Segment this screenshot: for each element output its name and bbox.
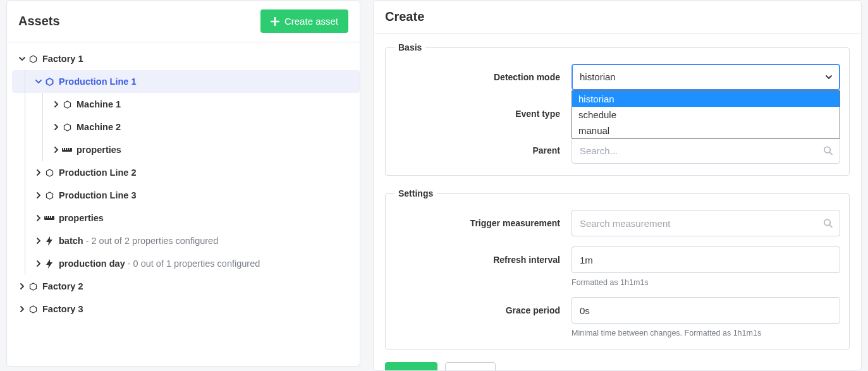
cube-icon: [44, 190, 55, 201]
tree-item-factory2[interactable]: Factory 2: [12, 275, 360, 298]
parent-label: Parent: [394, 145, 572, 155]
tree-item-batch[interactable]: batch - 2 out of 2 properties configured: [12, 229, 360, 252]
svg-rect-4: [69, 148, 70, 150]
row-trigger-measurement: Trigger measurement: [394, 210, 840, 236]
tree-sublabel: - 2 out of 2 properties configured: [86, 236, 219, 246]
svg-rect-1: [63, 148, 64, 150]
tree-label: Production Line 3: [59, 190, 136, 200]
chevron-right-icon: [51, 99, 61, 109]
cube-icon: [27, 53, 39, 64]
row-grace-period: Grace period: [394, 297, 840, 324]
detection-option-historian[interactable]: historian: [572, 91, 840, 107]
cancel-label: Cancel: [456, 369, 486, 370]
settings-fieldset: Settings Trigger measurement Refresh int…: [385, 188, 850, 350]
tree-label: Factory 1: [42, 54, 83, 64]
svg-rect-9: [51, 216, 52, 218]
create-panel: Create Basis Detection mode historian hi…: [373, 0, 862, 371]
tree-item-production-day[interactable]: production day - 0 out of 1 properties c…: [12, 252, 360, 275]
ruler-icon: [61, 144, 73, 155]
create-form: Basis Detection mode historian historian…: [374, 33, 861, 370]
chevron-right-icon: [51, 145, 61, 155]
trigger-label: Trigger measurement: [394, 218, 572, 228]
tree-item-pl2[interactable]: Production Line 2: [12, 161, 360, 184]
trigger-measurement-input[interactable]: [572, 210, 840, 236]
chevron-right-icon: [34, 190, 44, 200]
detection-mode-select[interactable]: historian: [572, 64, 840, 90]
tree-label: Machine 2: [76, 122, 121, 132]
tree-label: Factory 3: [42, 304, 83, 314]
event-type-label: Event type: [394, 109, 572, 119]
chevron-right-icon: [17, 281, 27, 291]
tree-label: Production Line 1: [59, 76, 136, 87]
svg-rect-3: [67, 148, 68, 150]
cube-icon: [27, 303, 39, 315]
chevron-right-icon: [17, 304, 27, 314]
tree-label: Production Line 2: [59, 167, 136, 178]
plus-icon: [271, 17, 279, 26]
parent-search-input[interactable]: [572, 137, 840, 164]
refresh-interval-input[interactable]: [572, 246, 840, 273]
tree-label: batch: [59, 236, 83, 246]
detection-option-manual[interactable]: manual: [572, 123, 840, 138]
chevron-down-icon: [34, 76, 44, 87]
row-grace-help: Minimal time between changes. Formatted …: [394, 326, 840, 338]
asset-tree: Factory 1 Production Line 1 Machine 1: [7, 42, 360, 325]
chevron-right-icon: [51, 122, 61, 132]
grace-help-text: Minimal time between changes. Formatted …: [572, 329, 840, 338]
detection-mode-label: Detection mode: [394, 72, 572, 82]
grace-period-input[interactable]: [572, 297, 840, 324]
detection-mode-dropdown: historian schedule manual: [572, 90, 840, 139]
chevron-right-icon: [34, 236, 44, 246]
create-header: Create: [374, 1, 861, 33]
svg-rect-8: [49, 216, 50, 218]
tree-label: properties: [76, 145, 121, 155]
assets-panel: Assets Create asset Factory 1: [6, 0, 360, 367]
basis-legend: Basis: [394, 42, 425, 52]
tree-item-pl1-properties[interactable]: properties: [12, 138, 360, 161]
row-detection-mode: Detection mode historian historian sched…: [394, 64, 840, 90]
svg-rect-7: [47, 216, 48, 218]
assets-header: Assets Create asset: [7, 1, 360, 42]
cube-icon: [61, 99, 73, 110]
create-asset-label: Create asset: [284, 16, 338, 27]
form-actions: Submit Cancel: [385, 362, 850, 370]
create-title: Create: [385, 9, 424, 24]
tree-item-machine1[interactable]: Machine 1: [12, 93, 360, 116]
svg-rect-6: [46, 216, 46, 218]
tree-item-factory1[interactable]: Factory 1: [12, 47, 360, 70]
refresh-label: Refresh interval: [394, 255, 572, 265]
chevron-down-icon: [17, 54, 27, 64]
cube-icon: [44, 167, 55, 178]
grace-label: Grace period: [394, 305, 572, 315]
create-asset-button[interactable]: Create asset: [260, 9, 348, 33]
tree-item-machine2[interactable]: Machine 2: [12, 116, 360, 138]
tree-sublabel: - 0 out of 1 properties configured: [128, 258, 260, 269]
detection-option-schedule[interactable]: schedule: [572, 107, 840, 123]
cube-icon: [44, 76, 55, 87]
chevron-right-icon: [34, 167, 44, 178]
row-refresh-help: Formatted as 1h1m1s: [394, 276, 840, 287]
chevron-right-icon: [34, 213, 44, 223]
tree-label: Machine 1: [76, 99, 121, 109]
submit-button[interactable]: Submit: [385, 362, 437, 370]
tree-item-factory3[interactable]: Factory 3: [12, 298, 360, 320]
chevron-right-icon: [34, 258, 44, 269]
tree-item-pl3[interactable]: Production Line 3: [12, 184, 360, 207]
submit-label: Submit: [396, 369, 426, 370]
refresh-help-text: Formatted as 1h1m1s: [572, 278, 840, 287]
tree-item-pl1[interactable]: Production Line 1: [12, 70, 360, 93]
basis-fieldset: Basis Detection mode historian historian…: [385, 42, 850, 176]
tree-label: Factory 2: [42, 281, 83, 291]
cube-icon: [61, 121, 73, 133]
ruler-icon: [44, 212, 55, 224]
assets-title: Assets: [18, 14, 60, 28]
row-parent: Parent: [394, 137, 840, 164]
tree-item-f1-properties[interactable]: properties: [12, 207, 360, 229]
svg-rect-2: [65, 148, 66, 150]
settings-legend: Settings: [394, 188, 437, 198]
cancel-button[interactable]: Cancel: [445, 362, 496, 370]
tree-label: properties: [59, 213, 104, 223]
bolt-icon: [44, 258, 55, 269]
detection-mode-value: historian: [580, 71, 616, 82]
row-refresh-interval: Refresh interval: [394, 246, 840, 273]
